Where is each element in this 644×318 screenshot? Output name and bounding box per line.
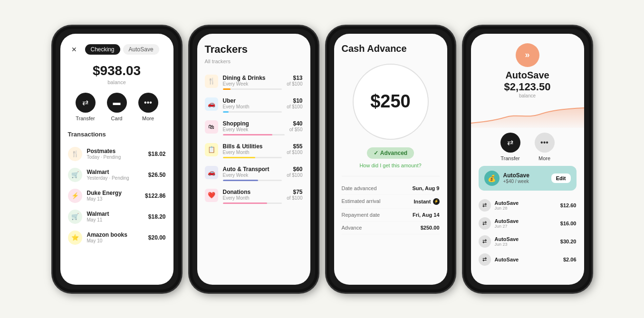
tracker-name-auto: Auto & Transport [223, 166, 282, 173]
tracker-name-donations: Donations [223, 189, 282, 195]
as-amount-2: $16.00 [560, 221, 577, 226]
as-name-1: AutoSave [495, 200, 557, 206]
rule-amount: +$40 / week [503, 179, 548, 184]
advance-value-total: $250.00 [421, 225, 440, 231]
autosave-logo: » [516, 43, 539, 67]
as-txn-3[interactable]: ⇄ AutoSave Jun 23 $30.20 [479, 232, 577, 251]
tracker-freq-uber: Every Month [223, 104, 282, 109]
tracker-spent-shopping: $40 [289, 120, 303, 127]
tracker-shopping[interactable]: 🛍 Shopping Every Week $40 of $50 [205, 116, 303, 139]
txn-walmart2[interactable]: 🛒 Walmart May 11 $18.20 [68, 206, 166, 227]
tab-checking[interactable]: Checking [85, 44, 120, 55]
transfer-label: Transfer [76, 116, 95, 121]
transfer-icon: ⇄ [76, 93, 96, 113]
transactions-title: Transactions [68, 131, 166, 138]
autosave-title: AutoSave [479, 70, 577, 81]
as-amount-4: $2.06 [563, 257, 577, 262]
phone2-frame: Trackers All trackers 🍴 Dining & Drinks … [190, 26, 318, 292]
action-buttons: ⇄ Transfer ▬ Card ••• More [68, 93, 166, 121]
advanced-badge: ✓ Advanced [367, 147, 414, 159]
tracker-icon-dining: 🍴 [205, 75, 218, 88]
phone1-frame: ✕ Checking AutoSave $938.03 balance ⇄ Tr… [53, 26, 181, 292]
tracker-uber[interactable]: 🚗 Uber Every Month $10 of $100 [205, 94, 303, 116]
txn-amount-walmart1: $26.50 [148, 172, 166, 178]
as-icon-2: ⇄ [479, 217, 491, 230]
tracker-spent-donations: $75 [287, 189, 302, 195]
advance-label-arrival: Estimated arrival [342, 198, 381, 205]
phone3-screen: Cash Advance $250 ✓ Advanced How did I g… [334, 34, 447, 285]
advance-details: Date advanced Sun, Aug 9 Estimated arriv… [342, 176, 440, 234]
txn-name-amazon: Amazon books [87, 231, 144, 238]
autosave-rule-card: 💰 AutoSave +$40 / week Edit [479, 166, 577, 191]
txn-date-amazon: May 10 [87, 238, 144, 243]
advance-row-date: Date advanced Sun, Aug 9 [342, 182, 440, 195]
phone2-screen: Trackers All trackers 🍴 Dining & Drinks … [197, 34, 310, 285]
txn-amazon[interactable]: ⭐ Amazon books May 10 $20.00 [68, 227, 166, 248]
autosave-transfer-button[interactable]: ⇄ Transfer [500, 133, 520, 161]
autosave-transfer-label: Transfer [500, 155, 520, 161]
autosave-more-icon: ••• [535, 133, 555, 153]
txn-amount-walmart2: $18.20 [148, 213, 166, 220]
tracker-donations[interactable]: ❤️ Donations Every Month $75 of $100 [205, 185, 303, 208]
as-txn-1[interactable]: ⇄ AutoSave Jun 28 $12.60 [479, 196, 577, 214]
cash-advance-title: Cash Advance [342, 43, 440, 54]
tracker-total-bills: of $100 [287, 150, 302, 155]
card-button[interactable]: ▬ Card [107, 93, 127, 121]
autosave-more-label: More [538, 155, 550, 161]
tracker-name-bills: Bills & Utilities [223, 143, 282, 150]
txn-duke[interactable]: ⚡ Duke Energy May 13 $122.86 [68, 185, 166, 206]
txn-walmart1[interactable]: 🛒 Walmart Yesterday · Pending $26.50 [68, 164, 166, 185]
txn-icon-duke: ⚡ [68, 189, 82, 203]
advance-row-repayment: Repayment date Fri, Aug 14 [342, 209, 440, 222]
card-icon: ▬ [107, 93, 127, 113]
advance-amount: $250 [370, 91, 411, 112]
balance-label: balance [68, 79, 166, 85]
edit-rule-button[interactable]: Edit [551, 173, 571, 183]
tracker-auto[interactable]: 🚗 Auto & Transport Every Week $60 of $10… [205, 162, 303, 185]
as-icon-1: ⇄ [479, 199, 491, 212]
as-amount-1: $12.60 [560, 202, 577, 208]
tracker-name-dining: Dining & Drinks [223, 75, 282, 81]
tracker-bills[interactable]: 📋 Bills & Utilities Every Month $55 of $… [205, 139, 303, 162]
txn-amount-duke: $122.86 [145, 193, 165, 199]
txn-name-walmart1: Walmart [87, 169, 144, 175]
phones-container: ✕ Checking AutoSave $938.03 balance ⇄ Tr… [38, 12, 606, 307]
autosave-actions: ⇄ Transfer ••• More [479, 133, 577, 161]
more-label: More [142, 116, 154, 121]
txn-date-walmart1: Yesterday · Pending [87, 175, 144, 181]
advance-value-date: Sun, Aug 9 [412, 185, 439, 191]
tracker-spent-dining: $13 [287, 75, 302, 81]
as-date-2: Jun 27 [495, 224, 557, 229]
phone3-wrapper: Cash Advance $250 ✓ Advanced How did I g… [327, 26, 455, 292]
tracker-freq-donations: Every Month [223, 195, 282, 201]
tracker-spent-bills: $55 [287, 143, 302, 150]
txn-date-postmates: Today · Pending [87, 154, 144, 160]
phone2-wrapper: Trackers All trackers 🍴 Dining & Drinks … [190, 26, 318, 292]
as-date-3: Jun 23 [495, 242, 557, 247]
txn-postmates[interactable]: 🍴 Postmates Today · Pending $18.02 [68, 144, 166, 164]
txn-name-postmates: Postmates [87, 148, 144, 154]
advance-row-arrival: Estimated arrival Instant ⚡ [342, 195, 440, 209]
tracker-spent-uber: $10 [287, 97, 302, 104]
more-button[interactable]: ••• More [138, 93, 158, 121]
autosave-more-button[interactable]: ••• More [535, 133, 555, 161]
as-name-4: AutoSave [495, 257, 559, 262]
rule-name: AutoSave [503, 172, 548, 179]
transfer-button[interactable]: ⇄ Transfer [76, 93, 96, 121]
as-amount-3: $30.20 [560, 239, 577, 244]
advance-value-arrival: Instant ⚡ [413, 198, 439, 205]
how-link[interactable]: How did I get this amount? [342, 163, 440, 168]
tab-autosave[interactable]: AutoSave [123, 44, 159, 55]
txn-icon-walmart1: 🛒 [68, 168, 82, 182]
as-name-3: AutoSave [495, 236, 557, 242]
as-icon-3: ⇄ [479, 235, 491, 248]
as-txn-4[interactable]: ⇄ AutoSave $2.06 [479, 251, 577, 269]
phone1-wrapper: ✕ Checking AutoSave $938.03 balance ⇄ Tr… [53, 26, 181, 292]
txn-date-walmart2: May 11 [87, 217, 144, 222]
close-button[interactable]: ✕ [68, 43, 80, 56]
advance-circle: $250 [353, 64, 429, 140]
tracker-freq-dining: Every Week [223, 81, 282, 87]
as-txn-2[interactable]: ⇄ AutoSave Jun 27 $16.00 [479, 214, 577, 232]
tracker-icon-auto: 🚗 [205, 166, 218, 179]
tracker-dining[interactable]: 🍴 Dining & Drinks Every Week $13 of $100 [205, 71, 303, 94]
